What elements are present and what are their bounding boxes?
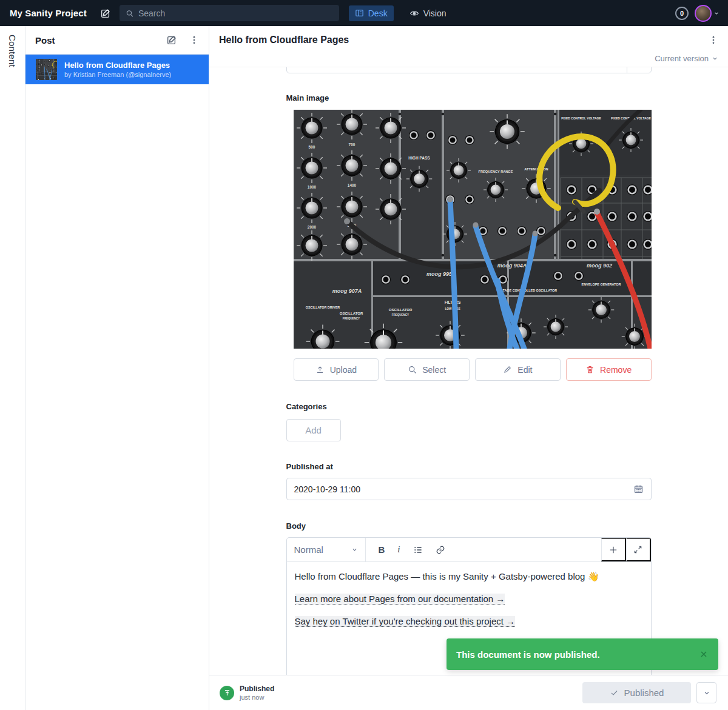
chevron-down-icon xyxy=(712,55,718,62)
select-label: Select xyxy=(422,365,446,375)
published-at-value: 2020-10-29 11:00 xyxy=(294,484,627,494)
publish-status: Published xyxy=(240,685,274,693)
upload-icon xyxy=(315,365,325,374)
tab-desk-label: Desk xyxy=(368,8,388,18)
post-title: Hello from Cloudflare Pages xyxy=(64,61,171,70)
compose-icon xyxy=(100,8,111,19)
bullet-list-icon xyxy=(413,545,423,555)
kebab-menu-icon xyxy=(189,35,199,45)
body-link[interactable]: Say hey on Twitter if you're checking ou… xyxy=(295,616,516,627)
text-style-value: Normal xyxy=(294,544,323,555)
avatar xyxy=(695,5,712,22)
edit-label: Edit xyxy=(517,365,532,375)
tab-vision-label: Vision xyxy=(423,8,447,18)
list-item-post[interactable]: Hello from Cloudflare Pages by Kristian … xyxy=(25,55,209,84)
plus-icon xyxy=(608,545,618,555)
categories-label: Categories xyxy=(286,402,652,411)
remove-button[interactable]: Remove xyxy=(566,358,652,381)
status-badge[interactable]: 0 xyxy=(675,7,689,20)
search-icon xyxy=(408,365,417,374)
add-category-button[interactable]: Add xyxy=(286,419,341,441)
publish-button[interactable]: Published xyxy=(582,682,691,703)
tab-vision[interactable]: Vision xyxy=(403,5,453,21)
main-image-label: Main image xyxy=(286,93,652,102)
tab-desk[interactable]: Desk xyxy=(349,5,394,21)
edit-button[interactable]: Edit xyxy=(475,358,561,381)
chevron-down-icon xyxy=(351,546,358,553)
trash-icon xyxy=(585,365,595,374)
upload-label: Upload xyxy=(330,365,357,375)
search-box[interactable] xyxy=(120,5,339,21)
body-label: Body xyxy=(286,521,652,531)
editor-header: Hello from Cloudflare Pages xyxy=(209,26,728,54)
desk-icon xyxy=(355,8,364,18)
publish-button-label: Published xyxy=(624,688,664,698)
project-title[interactable]: My Sanity Project xyxy=(10,8,87,18)
version-label: Current version xyxy=(655,54,709,63)
calendar-icon[interactable] xyxy=(633,484,644,494)
insert-block-button[interactable] xyxy=(601,538,626,561)
published-at-input[interactable]: 2020-10-29 11:00 xyxy=(286,478,652,500)
bullet-list-button[interactable] xyxy=(413,545,423,555)
fullscreen-button[interactable] xyxy=(626,538,651,561)
post-subtitle: by Kristian Freeman (@signalnerve) xyxy=(64,71,171,78)
publish-time: just now xyxy=(240,694,274,701)
editor-footer: Published just now Published xyxy=(209,675,728,710)
publish-status-icon xyxy=(220,686,234,700)
published-at-label: Published at xyxy=(286,462,652,471)
expand-icon xyxy=(633,545,642,554)
toast-message: This document is now published. xyxy=(456,649,699,660)
pencil-icon xyxy=(503,365,512,374)
chevron-down-icon xyxy=(713,10,720,16)
text-style-select[interactable]: Normal xyxy=(287,538,366,561)
user-menu[interactable] xyxy=(695,5,720,22)
main-image-preview[interactable] xyxy=(294,110,652,349)
select-button[interactable]: Select xyxy=(384,358,470,381)
post-thumbnail xyxy=(36,59,57,80)
document-menu-button[interactable] xyxy=(709,35,718,45)
link-button[interactable] xyxy=(436,545,445,555)
publish-toast: This document is now published. xyxy=(447,638,718,670)
body-content[interactable]: Hello from Cloudflare Pages — this is my… xyxy=(287,562,651,636)
kebab-menu-icon xyxy=(709,35,718,45)
compose-icon xyxy=(166,35,177,45)
arrow-up-to-line-icon xyxy=(223,689,231,697)
list-pane-title: Post xyxy=(35,35,55,45)
new-document-button[interactable] xyxy=(100,8,111,19)
version-selector[interactable]: Current version xyxy=(209,54,728,67)
document-title: Hello from Cloudflare Pages xyxy=(219,35,349,45)
editor-pane: Hello from Cloudflare Pages Current vers… xyxy=(209,26,728,710)
body-toolbar: Normal B i xyxy=(287,538,651,562)
remove-label: Remove xyxy=(600,365,632,375)
search-icon xyxy=(126,9,133,18)
upload-button[interactable]: Upload xyxy=(294,358,379,381)
italic-button[interactable]: i xyxy=(397,544,400,555)
list-pane-header: Post xyxy=(25,26,209,55)
bold-button[interactable]: B xyxy=(379,544,385,555)
eye-icon xyxy=(410,8,419,18)
check-icon xyxy=(610,688,619,697)
publish-menu-button[interactable] xyxy=(696,682,716,703)
document-form: Main image Upload xyxy=(209,67,728,675)
content-rail[interactable]: Content xyxy=(0,26,25,710)
body-link[interactable]: Learn more about Pages from our document… xyxy=(295,594,505,605)
top-navbar: My Sanity Project Desk Vision 0 xyxy=(0,0,728,26)
link-icon xyxy=(436,545,445,555)
document-list-pane: Post Hello from Cloudflare Pages by Kris… xyxy=(25,26,209,710)
list-menu-button[interactable] xyxy=(189,35,199,45)
content-rail-label: Content xyxy=(7,35,18,710)
body-paragraph[interactable]: Hello from Cloudflare Pages — this is my… xyxy=(295,570,643,583)
close-icon xyxy=(699,649,709,659)
search-input[interactable] xyxy=(138,8,333,18)
slug-field-clipped[interactable] xyxy=(286,67,652,73)
chevron-down-icon xyxy=(703,689,710,697)
toast-close-button[interactable] xyxy=(699,649,709,659)
new-post-button[interactable] xyxy=(166,35,177,45)
